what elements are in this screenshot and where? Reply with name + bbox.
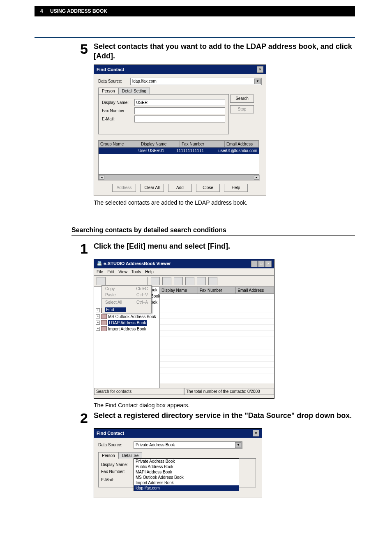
step-5-caption: The selected contacts are added to the L… [94,199,355,206]
tab-detail[interactable]: Detail Se [118,452,143,459]
tab-detail-setting[interactable]: Detail Setting [118,88,150,94]
list-col-display[interactable]: Display Name [160,287,198,294]
menu-edit[interactable]: Edit [107,270,114,274]
tree-item-selected[interactable]: LDAP Address Book [108,320,147,326]
addressbook-viewer-window: 📇 e-STUDIO AddressBook Viewer _ □ × File… [94,259,274,399]
cell-group [99,148,137,154]
close-icon[interactable]: × [265,261,272,267]
menu-copy[interactable]: Copy [105,286,115,291]
menu-tools[interactable]: Tools [131,270,141,274]
tab-person[interactable]: Person [98,88,119,94]
dialog-title: Find Contact [97,431,124,436]
expand-icon[interactable]: + [96,314,100,319]
book-icon [101,326,107,331]
clear-all-button[interactable]: Clear All [140,184,164,192]
status-left: Search for contacts [94,388,184,395]
tree-item[interactable]: Import Address Book [108,326,146,332]
data-source-dropdown[interactable]: ldap.ifax.com [130,78,262,85]
menu-paste[interactable]: Paste [105,293,116,297]
viewer-title: e-STUDIO AddressBook Viewer [104,261,171,266]
scroll-left-icon[interactable]: ◄ [99,175,104,180]
col-fax-number[interactable]: Fax Number [180,141,225,148]
email-input[interactable] [134,115,225,122]
col-display-name[interactable]: Display Name [139,141,180,148]
close-icon[interactable]: × [257,66,263,73]
results-table[interactable]: Group Name Display Name Fax Number Email… [98,140,259,175]
expand-icon[interactable]: + [96,321,100,325]
data-source-value: ldap.ifax.com [132,79,157,83]
step-2-number: 2 [71,411,88,425]
option[interactable]: MS Outlook Address Book [134,475,239,480]
add-button[interactable]: Add [168,184,192,192]
dialog-title: Find Contact [97,67,124,72]
chapter-title: USING ADDRESS BOOK [50,8,107,14]
menu-view[interactable]: View [118,270,127,274]
tree-peek: ook [151,299,160,305]
list-body[interactable] [160,294,274,383]
data-source-label: Data Source: [98,443,134,447]
step-5-number: 5 [71,42,88,56]
email-label: E-Mail: [102,117,133,121]
tree-item[interactable]: MS Outlook Address Book [108,314,156,320]
tab-person[interactable]: Person [98,452,119,459]
table-row[interactable]: User USER01 111111111111 user01@toshiba.… [99,148,259,154]
close-icon[interactable]: × [253,430,259,436]
step-5-text: Select contacts that you want to add to … [94,42,355,61]
edit-dropdown-menu: CopyCtrl+C PasteCtrl+V Select AllCtrl+A … [101,285,152,313]
maximize-icon[interactable]: □ [258,261,265,267]
toolbar-btn-5[interactable] [197,277,206,285]
find-contact-dialog-2: Find Contact × Data Source: Private Addr… [94,428,262,498]
search-button[interactable]: Search [230,95,254,103]
option[interactable]: Private Address Book [134,459,239,464]
data-source-dropdown[interactable]: Private Address Book [134,441,242,449]
data-source-options-list: Private Address Book Public Address Book… [134,458,239,491]
toolbar-btn-6[interactable] [208,277,217,285]
option[interactable]: MAPI Address Book [134,469,239,475]
h-scrollbar[interactable]: ◄ ► [98,175,260,180]
menu-select-all[interactable]: Select All [105,300,122,305]
cell-display: User USER01 [137,148,175,154]
fax-number-input[interactable] [134,107,225,114]
data-source-label: Data Source: [98,79,130,83]
expand-icon[interactable]: + [96,308,100,312]
toolbar-btn-4[interactable] [185,277,194,285]
step-1-number: 1 [71,242,88,256]
find-contact-dialog-1: Find Contact × Data Source: ldap.ifax.co… [94,65,266,196]
toolbar-btn-1[interactable] [97,277,106,285]
tree-panel[interactable]: CopyCtrl+C PasteCtrl+V Select AllCtrl+A … [94,287,160,388]
chapter-number: 4 [40,8,43,14]
chapter-header: 4 USING ADDRESS BOOK [35,6,355,16]
col-group-name[interactable]: Group Name [99,141,139,148]
menu-find[interactable]: Find [105,307,126,312]
minimize-icon[interactable]: _ [251,261,258,267]
menu-help[interactable]: Help [145,270,154,274]
display-name-input[interactable] [134,99,225,106]
step-2-text: Select a registered directory service in… [94,411,355,420]
email-label: E-Mail: [101,478,133,482]
help-button[interactable]: Help [224,184,248,192]
menu-bar: File Edit View Tools Help [94,268,274,276]
address-button[interactable]: Address [112,184,136,192]
stop-button[interactable]: Stop [230,105,254,113]
tree-peek: ook [151,287,160,293]
tree-peek: Book [151,293,160,299]
option[interactable]: Public Address Book [134,464,239,469]
fax-number-label: Fax Number: [101,469,133,474]
book-icon [101,314,107,319]
option-selected[interactable]: ldap.ifax.com [134,485,239,491]
cell-email: user01@toshiba.com [217,148,259,154]
option[interactable]: Import Address Book [134,480,239,485]
list-col-email[interactable]: Email Address [236,287,274,294]
close-button[interactable]: Close [196,184,220,192]
toolbar-btn-2[interactable] [162,277,171,285]
scroll-right-icon[interactable]: ► [254,175,259,180]
toolbar-btn-delete[interactable] [151,277,160,285]
subheading-detailed-search: Searching contacts by detailed search co… [71,226,355,236]
col-email-address[interactable]: Email Address [225,141,259,148]
toolbar-btn-3[interactable] [174,277,183,285]
menu-file[interactable]: File [97,270,103,274]
expand-icon[interactable]: + [96,327,100,331]
display-name-label: Display Name: [101,462,133,467]
list-col-fax[interactable]: Fax Number [198,287,236,294]
fax-number-label: Fax Number: [102,108,133,113]
